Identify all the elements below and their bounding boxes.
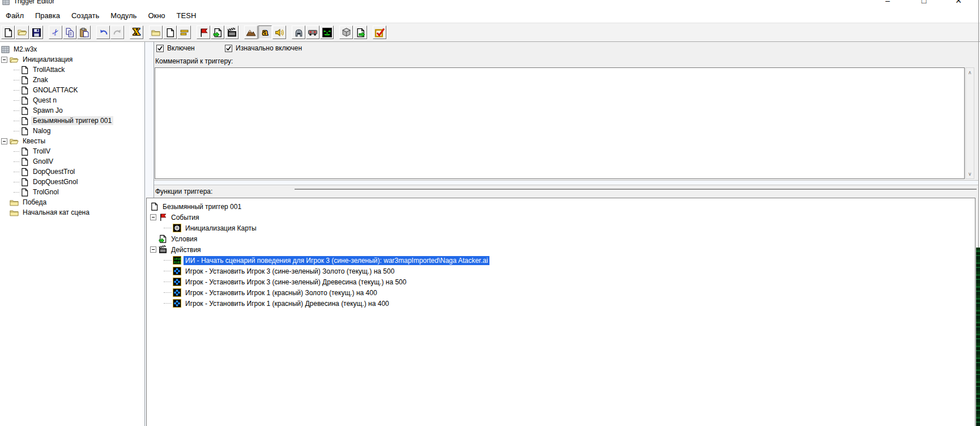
trigger-editor-button[interactable]: a [258,25,272,39]
paste-button[interactable] [77,25,91,39]
function-tree-label: Инициализация Карты [184,224,258,233]
horizontal-splitter[interactable] [154,180,979,185]
new-condition-button[interactable] [211,25,224,39]
function-tree-label: Игрок - Установить Игрок 3 (сине-зеленый… [184,278,408,287]
copy-icon [65,28,75,37]
trigger-tree-item[interactable]: Начальная кат сцена [0,207,144,218]
trigger-tree-item[interactable]: GNOLATTACK [0,85,144,95]
trigger-tree-item[interactable]: TrolGnol [0,187,144,197]
save-button[interactable] [29,25,43,39]
redo-button[interactable] [110,25,124,39]
function-tree-item[interactable]: Игрок - Установить Игрок 1 (красный) Дре… [147,298,975,309]
menu-item-file[interactable]: Файл [0,9,29,22]
minimize-button[interactable]: – [881,0,894,5]
function-tree-label: ИИ - Начать сценарий поведения для Игрок… [184,256,489,265]
scissors-glyph: ✂ [49,27,62,39]
function-tree-item[interactable]: Игрок - Установить Игрок 1 (красный) Зол… [147,287,975,298]
trigger-tree-item[interactable]: Инициализация [0,54,144,65]
function-tree-item[interactable]: Действия [147,244,975,255]
initially-on-checkbox-label: Изначально включен [236,44,302,52]
copy-button[interactable] [63,25,76,39]
trigger-page-icon [20,127,29,135]
sound-editor-button[interactable] [272,25,286,39]
tree-connector [164,271,172,271]
enabled-checkbox[interactable] [156,45,164,52]
trigger-tree-item[interactable]: DopQuestGnol [0,177,144,187]
trigger-tree-item[interactable]: Квесты [0,136,144,146]
folder-closed-icon [10,199,19,206]
terrain-editor-button[interactable] [244,25,258,39]
menu-item-edit[interactable]: Правка [29,9,66,22]
window-border [978,0,979,248]
toolbar-group: a [244,25,287,39]
trigger-page-icon [20,76,29,84]
function-tree-item[interactable]: Игрок - Установить Игрок 3 (сине-зеленый… [147,276,975,287]
title-bar: Trigger Editor – □ ✕ [0,0,980,8]
trigger-tree-item[interactable]: Nalog [0,126,144,136]
scroll-down-icon[interactable]: ∨ [966,170,974,178]
tree-connector [14,80,19,80]
enabled-checkbox-row: Включен [156,44,195,52]
cut-button[interactable]: ✂ [49,25,62,39]
scroll-up-icon[interactable]: ∧ [966,69,974,76]
function-tree-item[interactable]: Игрок - Установить Игрок 3 (сине-зеленый… [147,266,975,276]
initially-on-checkbox[interactable] [225,45,232,52]
trigger-tree-item[interactable]: Безымянный триггер 001 [0,116,144,126]
trigger-tree-label: Инициализация [21,55,74,64]
map-icon [1,45,10,54]
trigger-tree-item[interactable]: GnollV [0,156,144,167]
tree-connector [14,182,19,182]
trigger-tree-item[interactable]: DopQuestTrol [0,167,144,177]
tree-connector [14,192,19,193]
menu-item-module[interactable]: Модуль [105,9,142,22]
trigger-tree-label: Начальная кат сцена [21,208,91,217]
comment-scrollbar[interactable]: ∧ ∨ [965,67,974,179]
trigger-tree-item[interactable]: Quest n [0,95,144,105]
trigger-tree-item[interactable]: Znak [0,75,144,85]
object-editor-button[interactable] [292,25,305,39]
trigger-tree-label: TrollAttack [31,65,66,74]
import-manager-button[interactable] [353,25,367,39]
function-tree-item[interactable]: Безымянный триггер 001 [147,201,975,212]
new-trigger-button[interactable] [163,25,177,39]
open-folder-button[interactable] [15,25,29,39]
trigger-tree-item[interactable]: Spawn Jo [0,105,144,116]
trigger-tree-item[interactable]: Победа [0,197,144,207]
delete-x-button[interactable]: X [130,25,143,39]
new-category-button[interactable] [149,25,163,39]
campaign-editor-button[interactable] [306,25,319,39]
trigger-tree-label: Победа [21,198,48,207]
trigger-editor-icon: a [262,28,268,37]
cut-icon: ✂ [52,27,59,37]
new-action-button[interactable] [225,25,238,39]
trigger-tree-item[interactable]: TrollAttack [0,65,144,75]
menu-item-tesh[interactable]: TESH [171,9,202,22]
new-condition-icon [213,28,223,37]
close-button[interactable]: ✕ [952,0,965,5]
trigger-tree-item[interactable]: TrollV [0,146,144,156]
trigger-tree-label: M2.w3x [12,45,39,54]
test-map-button[interactable] [373,25,386,39]
trigger-page-icon [20,86,29,95]
maximize-button[interactable]: □ [918,0,930,5]
app-icon [2,0,10,6]
expander-minus[interactable] [150,246,156,253]
trigger-comment-input[interactable] [155,67,965,179]
new-document-button[interactable] [1,25,15,39]
function-tree-item[interactable]: 10100101ИИ - Начать сценарий поведения д… [147,255,975,266]
expander-minus[interactable] [1,57,7,63]
menu-item-window[interactable]: Окно [142,9,171,22]
ai-editor-button[interactable] [320,25,334,39]
expander-minus[interactable] [1,138,7,144]
undo-button[interactable] [96,25,110,39]
trigger-tree-item[interactable]: M2.w3x [0,42,144,54]
menu-item-create[interactable]: Создать [66,9,105,22]
new-comment-button[interactable] [177,25,191,39]
expander-minus[interactable] [150,214,156,220]
function-tree-item[interactable]: Условия [147,233,975,244]
player-icon [173,299,181,308]
new-event-button[interactable] [197,25,210,39]
object-manager-button[interactable] [339,25,353,39]
function-tree-item[interactable]: События [147,212,975,223]
function-tree-item[interactable]: Инициализация Карты [147,223,975,233]
